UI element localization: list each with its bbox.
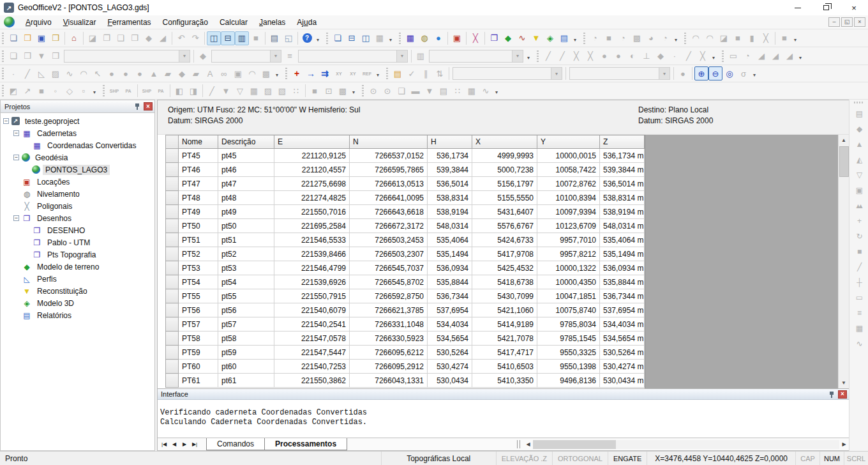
tree-item-geodesia[interactable]: −Geodésia <box>2 151 154 164</box>
row-selector-cell[interactable] <box>166 219 179 233</box>
column-header-y[interactable]: Y <box>537 135 600 149</box>
print-preview-icon[interactable]: ◱ <box>281 31 296 45</box>
interface-panel-close-button[interactable]: × <box>838 390 847 399</box>
save-project-icon[interactable]: ❒ <box>49 31 63 45</box>
modules-toolbar-dropdown-icon[interactable]: ▾ <box>571 31 579 45</box>
row-selector-cell[interactable] <box>166 261 179 275</box>
system-menu-globe-icon[interactable] <box>4 17 15 27</box>
toggle-interface-panel-icon[interactable]: ⊟ <box>221 31 235 45</box>
row-selector-cell[interactable] <box>166 332 179 346</box>
help-icon[interactable]: ? <box>300 31 314 45</box>
profiles-toolbar-dropdown-icon[interactable]: ▾ <box>791 31 799 45</box>
menu-calcular[interactable]: Calcular <box>214 18 253 27</box>
column-header-descricao[interactable]: Descrição <box>218 135 274 149</box>
standard-toolbar-dropdown-icon[interactable]: ▾ <box>314 31 322 45</box>
cascade-windows-icon[interactable]: ❏ <box>331 31 345 45</box>
row-selector-cell[interactable] <box>166 275 179 289</box>
menu-visualizar[interactable]: Visualizar <box>57 18 102 27</box>
menu-janelas[interactable]: Janelas <box>253 18 291 27</box>
field-notes-icon[interactable]: ▤ <box>391 66 405 80</box>
geometry-toolbar-dropdown-icon[interactable]: ▾ <box>710 49 717 63</box>
geodesia-module-icon[interactable]: ● <box>431 31 445 45</box>
table-row[interactable]: PT48pt48221274,48257266641,0095538,83145… <box>166 191 645 205</box>
zoom-in-icon[interactable]: ⊕ <box>694 66 708 80</box>
tree-item-perfis[interactable]: ◺Perfis <box>2 273 154 285</box>
tree-item-relatorios[interactable]: ▤Relatórios <box>2 309 154 321</box>
table-row[interactable]: PT56pt56221540,60797266621,3785537,69545… <box>166 303 645 317</box>
tree-item-reconstituicao[interactable]: ▼Reconstituição <box>2 285 154 297</box>
toggle-coordinates-panel-icon[interactable]: ▥ <box>235 31 249 45</box>
tree-item-teste-geoproject[interactable]: −↗teste.geoproject <box>2 115 154 127</box>
cadernetas-module-icon[interactable]: ▦ <box>403 31 417 45</box>
table-row[interactable]: PT46pt46221120,45577266595,7865539,38445… <box>166 163 645 177</box>
table-row[interactable]: PT50pt50221695,25847266672,3172548,03145… <box>166 219 645 233</box>
tree-item-desenho[interactable]: ❐DESENHO <box>2 224 154 236</box>
column-header-nome[interactable]: Nome <box>179 135 218 149</box>
table-row[interactable]: PT51pt51221546,55337266503,2453535,40645… <box>166 233 645 247</box>
scroll-down-icon[interactable]: ▼ <box>839 377 849 388</box>
row-selector-cell[interactable] <box>166 289 179 303</box>
modelo-terreno-module-icon[interactable]: ◆ <box>501 31 515 45</box>
table-row[interactable]: PT59pt59221547,54477266095,6212530,52645… <box>166 346 645 360</box>
next-tab-button[interactable]: ▶ <box>179 441 190 447</box>
home-icon[interactable]: ⌂ <box>67 31 81 45</box>
column-header-z[interactable]: Z <box>600 135 645 149</box>
desenho-module-icon[interactable]: ❐ <box>487 31 501 45</box>
status-ortogonal-toggle[interactable]: ORTOGONAL <box>552 452 608 465</box>
column-header-h[interactable]: H <box>428 135 472 149</box>
horizontal-scrollbar[interactable]: ◀ ▶ <box>514 438 849 450</box>
mdi-close-button[interactable]: × <box>854 17 865 27</box>
table-row[interactable]: PT55pt55221550,79157266592,8750536,73445… <box>166 289 645 303</box>
tree-item-pontos-lago3[interactable]: PONTOS_LAGO3 <box>2 164 154 176</box>
modelo-3d-module-icon[interactable]: ◈ <box>543 31 557 45</box>
tile-horizontal-icon[interactable]: ⊟ <box>345 31 359 45</box>
row-selector-cell[interactable] <box>166 360 179 374</box>
status-elevation-toggle[interactable]: ELEVAÇÃO .Z <box>496 452 552 465</box>
restore-button[interactable] <box>812 0 840 15</box>
zoom-out-icon[interactable]: ⊖ <box>708 66 722 80</box>
menu-ferramentas[interactable]: Ferramentas <box>102 18 157 27</box>
insert-row-icon[interactable]: → <box>304 66 318 80</box>
transform-toolbar-dropdown-icon[interactable]: ▾ <box>493 84 500 98</box>
row-selector-cell[interactable] <box>166 374 179 388</box>
tree-item-desenhos[interactable]: −❐Desenhos <box>2 212 154 224</box>
nivelamento-module-icon[interactable]: ◍ <box>417 31 431 45</box>
row-selector-cell[interactable] <box>166 317 179 332</box>
save-icon[interactable]: ▣ <box>34 31 49 45</box>
locacoes-module-icon[interactable]: ▣ <box>450 31 464 45</box>
poligonais-module-icon[interactable]: ╳ <box>468 31 483 45</box>
windows-toolbar-dropdown-icon[interactable]: ▾ <box>387 31 394 45</box>
projects-panel-close-button[interactable]: × <box>144 102 153 111</box>
edit-toolbar-dropdown-icon[interactable]: ▾ <box>91 84 98 98</box>
table-row[interactable]: PT47pt47221275,66987266613,0513536,50145… <box>166 177 645 191</box>
relatorios-module-icon[interactable]: ▤ <box>557 31 571 45</box>
expander-minus-icon[interactable]: − <box>13 130 19 136</box>
table-row[interactable]: PT53pt53221546,47997266545,7037536,09345… <box>166 261 645 275</box>
table-row[interactable]: PT49pt49221550,70167266643,6618538,91945… <box>166 205 645 219</box>
vertical-scrollbar[interactable]: ▲ ▼ <box>838 135 849 388</box>
tree-item-pts-topografia[interactable]: ❐Pts Topografia <box>2 248 154 261</box>
tree-item-coordenadas-convertidas[interactable]: ▦Coordenadas Convertidas <box>2 139 154 151</box>
table-row[interactable]: PT54pt54221539,69267266545,8702535,88445… <box>166 275 645 289</box>
menu-configuracao[interactable]: Configuração <box>157 18 214 27</box>
row-selector-cell[interactable] <box>166 346 179 360</box>
menu-ajuda[interactable]: Ajuda <box>291 18 322 27</box>
mdi-minimize-button[interactable]: – <box>828 17 840 27</box>
caderneta-toolbar-dropdown-icon[interactable]: ▾ <box>525 49 532 63</box>
zoom-toolbar-dropdown-icon[interactable]: ▾ <box>751 66 758 80</box>
close-button[interactable]: × <box>840 0 868 15</box>
last-tab-button[interactable]: ▶| <box>190 441 200 447</box>
tree-item-pablo-utm[interactable]: ❐Pablo - UTM <box>2 236 154 248</box>
status-engate-toggle[interactable]: ENGATE <box>608 452 647 465</box>
tree-item-cadernetas[interactable]: −▦Cadernetas <box>2 127 154 139</box>
station-toolbar-dropdown-icon[interactable]: ▾ <box>672 31 680 45</box>
reconstituicao-module-icon[interactable]: ▼ <box>529 31 543 45</box>
row-selector-cell[interactable] <box>166 163 179 177</box>
tree-item-poligonais[interactable]: ╳Poligonais <box>2 200 154 212</box>
open-file-icon[interactable]: ❒ <box>20 31 34 45</box>
tree-item-modelo-3d[interactable]: ◈Modelo 3D <box>2 297 154 309</box>
table-row[interactable]: PT58pt58221547,05787266330,5923534,56545… <box>166 332 645 346</box>
tab-comandos[interactable]: Comandos <box>206 438 265 450</box>
tab-splitter-handle[interactable] <box>517 440 520 448</box>
column-header-n[interactable]: N <box>350 135 428 149</box>
